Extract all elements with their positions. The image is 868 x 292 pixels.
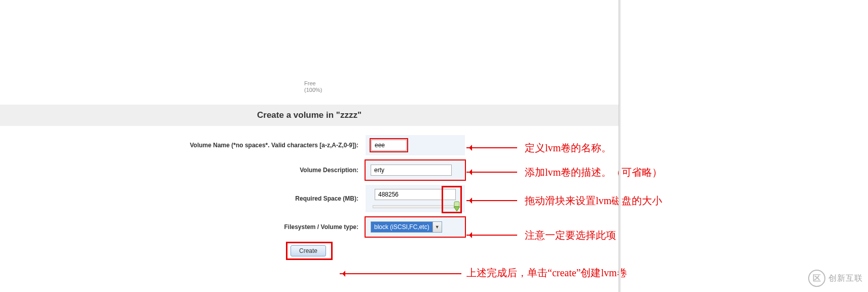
free-text-1: Free (304, 80, 316, 86)
annotation-fs: 注意一定要选择此项 (525, 229, 616, 242)
annotation-slider: 拖动滑块来设置lvm磁盘的大小 (525, 194, 662, 208)
watermark: 区 创新互联 (808, 270, 863, 287)
row-required-space: Required Space (MB): (154, 185, 465, 212)
button-row: Create (154, 242, 465, 260)
section-title: Create a volume in "zzzz" (0, 105, 619, 126)
volume-desc-input[interactable] (371, 165, 452, 176)
row-volume-name: Volume Name (*no spaces*. Valid characte… (154, 135, 465, 155)
volume-name-field (366, 135, 465, 155)
volume-name-input[interactable] (371, 140, 407, 151)
arrow-4 (466, 235, 517, 236)
volume-name-redbox (371, 139, 407, 151)
fs-type-value: block (iSCSI,FC,etc) (371, 222, 432, 232)
annotation-desc: 添加lvm卷的描述。（可省略） (525, 166, 662, 179)
free-space-label: Free (100%) (304, 80, 322, 93)
required-space-label: Required Space (MB): (154, 195, 366, 202)
fs-type-select[interactable]: block (iSCSI,FC,etc) ▼ (371, 221, 442, 233)
annotation-name: 定义lvm卷的名称。 (525, 141, 611, 155)
create-volume-form: Volume Name (*no spaces*. Valid characte… (154, 135, 465, 260)
arrow-5 (340, 273, 461, 274)
row-volume-desc: Volume Description: (154, 160, 465, 180)
free-text-2: (100%) (304, 87, 322, 93)
dropdown-icon[interactable]: ▼ (432, 222, 442, 232)
fs-type-field: block (iSCSI,FC,etc) ▼ (366, 217, 465, 237)
row-fs-type: Filesystem / Volume type: block (iSCSI,F… (154, 217, 465, 237)
watermark-icon: 区 (808, 270, 825, 287)
required-space-field (366, 185, 465, 212)
fs-type-label: Filesystem / Volume type: (154, 223, 366, 231)
volume-name-label: Volume Name (*no spaces*. Valid characte… (154, 142, 366, 149)
volume-desc-field (366, 160, 465, 180)
slider-redbox (442, 186, 462, 213)
title-text: Create a volume in "zzzz" (257, 110, 361, 120)
arrow-1 (466, 147, 517, 148)
annotation-create: 上述完成后，单击“create”创建lvm卷 (466, 266, 627, 280)
arrow-2 (466, 172, 517, 173)
create-redbox: Create (286, 242, 333, 260)
volume-desc-label: Volume Description: (154, 167, 366, 174)
side-divider (619, 0, 621, 292)
create-button[interactable]: Create (291, 245, 326, 256)
watermark-text: 创新互联 (828, 273, 863, 284)
arrow-3 (466, 200, 517, 201)
